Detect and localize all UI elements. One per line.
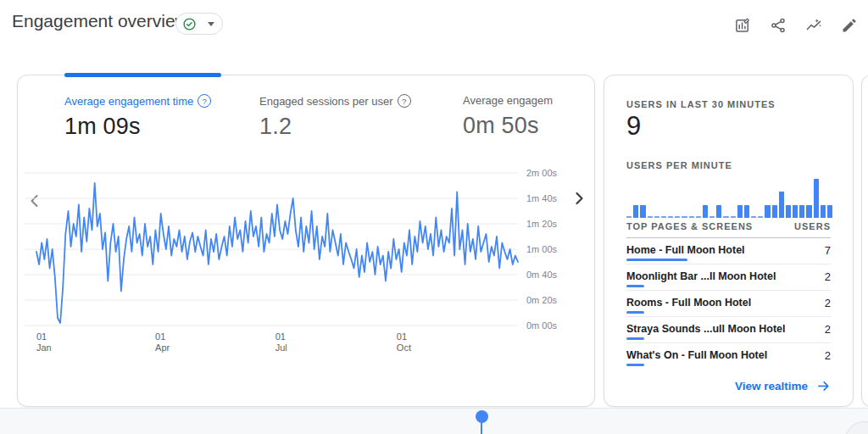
tab-average-engagement-time[interactable]: Average engagement time ? 1m 09s [64, 94, 211, 140]
table-row[interactable]: Rooms - Full Moon Hotel 2 [626, 291, 831, 317]
header-toolbar [734, 17, 858, 34]
minute-bar [709, 216, 715, 218]
chevron-down-icon [208, 22, 214, 26]
svg-text:0m 40s: 0m 40s [526, 270, 558, 280]
svg-text:2m 00s: 2m 00s [526, 168, 558, 178]
share-icon[interactable] [770, 17, 787, 34]
minute-bar [814, 179, 819, 218]
next-card-sliver [861, 75, 868, 407]
table-header: TOP PAGES & SCREENS USERS [626, 221, 831, 238]
minute-bar [821, 205, 826, 218]
svg-text:01Apr: 01Apr [155, 331, 170, 353]
realtime-card: USERS IN LAST 30 MINUTES 9 USERS PER MIN… [604, 75, 854, 407]
svg-text:0m 00s: 0m 00s [526, 320, 558, 331]
users-databar [626, 285, 644, 287]
page-name: Straya Sounds ...ull Moon Hotel [626, 323, 786, 335]
help-icon[interactable]: ? [398, 94, 411, 108]
users-per-minute-bar-chart[interactable] [626, 175, 832, 218]
table-row[interactable]: Moonlight Bar ...ll Moon Hotel 2 [626, 264, 831, 291]
arrow-right-icon [816, 379, 831, 393]
users-count: 2 [825, 349, 831, 362]
minute-bar [765, 205, 770, 218]
svg-text:01Oct: 01Oct [397, 331, 411, 353]
svg-text:0m 20s: 0m 20s [526, 295, 558, 305]
metric-label: Average engagement time [64, 95, 193, 108]
minute-bar [786, 205, 791, 218]
page-name: Moonlight Bar ...ll Moon Hotel [626, 270, 776, 282]
svg-text:1m 20s: 1m 20s [526, 219, 558, 229]
page-title: Engagement overview [12, 11, 188, 31]
carousel-indicator-stem [481, 422, 482, 434]
minute-bar [731, 216, 736, 218]
users-databar [626, 311, 644, 314]
minute-bar [661, 216, 666, 218]
page-name: What's On - Full Moon Hotel [626, 349, 767, 361]
users-databar [626, 364, 644, 366]
minute-bar [744, 205, 749, 218]
minute-bar [654, 216, 659, 218]
minute-bar [806, 205, 811, 218]
minute-bar [648, 216, 653, 218]
engagement-overview-card: Average engagement time ? 1m 09s Engaged… [17, 75, 595, 407]
minute-bar [675, 216, 680, 218]
users-count: 7 [825, 244, 831, 257]
metric-label: Engaged sessions per user [259, 95, 393, 108]
minute-bar [716, 205, 721, 218]
users-count: 2 [825, 323, 831, 336]
svg-text:1m 00s: 1m 00s [526, 244, 558, 254]
edit-icon[interactable] [841, 17, 858, 34]
tab-average-engagement-truncated[interactable]: Average engagem 0m 50s [463, 94, 568, 139]
table-row[interactable]: What's On - Full Moon Hotel 2 [626, 343, 831, 369]
view-realtime-label: View realtime [735, 380, 808, 392]
minute-bar [793, 205, 798, 218]
customize-report-icon[interactable] [734, 17, 751, 34]
metric-value: 1.2 [259, 114, 411, 140]
page-name: Home - Full Moon Hotel [626, 244, 745, 256]
metric-value: 1m 09s [64, 114, 211, 140]
svg-text:01Jul: 01Jul [275, 331, 287, 353]
svg-text:1m 40s: 1m 40s [526, 193, 558, 203]
users-count: 2 [825, 297, 831, 309]
minute-bar [737, 205, 743, 218]
check-circle-icon [182, 17, 197, 31]
minute-bar [751, 216, 756, 218]
footer-strip [0, 408, 868, 434]
page-name: Rooms - Full Moon Hotel [626, 297, 751, 309]
users-count: 2 [825, 270, 831, 283]
view-realtime-link[interactable]: View realtime [735, 379, 831, 393]
minute-bar [799, 205, 804, 218]
top-pages-table: TOP PAGES & SCREENS USERS Home - Full Mo… [626, 221, 831, 369]
minute-bar [779, 192, 784, 218]
col-pages-header: TOP PAGES & SCREENS [626, 221, 753, 231]
minute-bar [633, 205, 638, 218]
users-databar [626, 337, 644, 340]
table-row[interactable]: Straya Sounds ...ull Moon Hotel 2 [626, 317, 831, 343]
report-header: Engagement overview [0, 0, 868, 47]
users-last-30min-value: 9 [626, 111, 641, 142]
minute-bar [703, 205, 708, 218]
table-row[interactable]: Home - Full Moon Hotel 7 [626, 238, 831, 264]
minute-bar [758, 216, 763, 218]
minute-bar [682, 216, 687, 218]
minute-bar [772, 205, 777, 218]
col-users-header: USERS [794, 221, 831, 231]
minute-bar [723, 216, 728, 218]
engagement-time-line-chart[interactable]: 2m 00s1m 40s1m 20s1m 00s0m 40s0m 20s0m 0… [18, 164, 594, 372]
minute-bar [689, 216, 694, 218]
tab-engaged-sessions-per-user[interactable]: Engaged sessions per user ? 1.2 [259, 94, 411, 140]
minute-bar [827, 205, 832, 218]
insights-icon[interactable] [805, 17, 822, 34]
help-icon[interactable]: ? [198, 94, 211, 108]
svg-text:01Jan: 01Jan [36, 331, 52, 353]
minute-bar [640, 205, 645, 218]
metric-value: 0m 50s [463, 113, 568, 139]
minute-bar [696, 216, 701, 218]
metric-label: Average engagem [463, 94, 553, 107]
users-per-minute-label: USERS PER MINUTE [626, 160, 732, 170]
carousel-indicator-dot[interactable] [476, 410, 488, 423]
minute-bar [668, 216, 673, 218]
report-status-dropdown[interactable] [175, 13, 223, 35]
users-databar [626, 259, 687, 261]
active-tab-indicator [64, 73, 221, 77]
users-last-30min-label: USERS IN LAST 30 MINUTES [626, 99, 776, 109]
